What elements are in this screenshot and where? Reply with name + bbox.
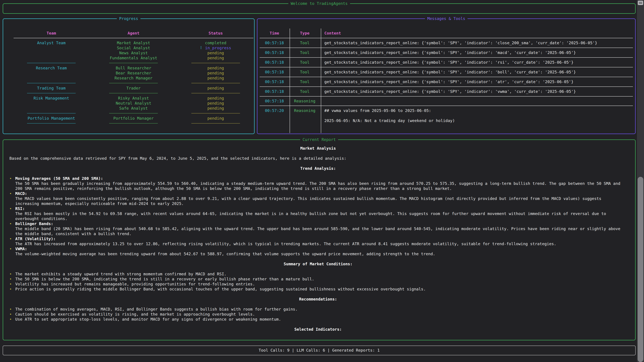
agent-cell: Neutral Analyst: [92, 101, 174, 106]
progress-table-row: News Analystpending: [10, 50, 257, 55]
scrollbar-track[interactable]: [637, 0, 644, 362]
divider-cell: [174, 91, 257, 96]
message-row: 00:57:18Toolget_stockstats_indicators_re…: [260, 58, 633, 67]
status-cell: pending: [174, 55, 257, 60]
message-content: get_stockstats_indicators_report_online:…: [320, 60, 633, 65]
status-text: pending: [207, 66, 224, 70]
section-divider-line: [109, 113, 158, 113]
team-cell: Risk Management: [10, 96, 92, 101]
bullet-text: Moving Averages (50 SMA and 200 SMA):The…: [15, 176, 627, 191]
status-text: pending: [207, 96, 224, 100]
section-divider-line: [191, 83, 240, 83]
agent-cell: Fundamentals Analyst: [92, 55, 174, 60]
team-cell: [10, 101, 92, 106]
message-type: Tool: [289, 69, 320, 75]
message-content: get_stockstats_indicators_report_online:…: [320, 40, 633, 45]
status-text: pending: [207, 76, 224, 80]
bullet-icon: •: [10, 272, 12, 277]
status-cell: pending: [174, 101, 257, 106]
divider-cell: [10, 81, 92, 86]
bullet-body: The middle band (20 SMA) has been rising…: [15, 226, 627, 236]
section-divider-row: [10, 121, 257, 126]
divider-cell: [174, 121, 257, 126]
section-divider-line: [27, 63, 76, 63]
section-divider-line: [191, 113, 240, 113]
team-cell: [10, 106, 92, 111]
welcome-panel: Welcome to TradingAgents: [3, 3, 636, 14]
bullet-icon: •: [10, 221, 12, 226]
divider-cell: [10, 111, 92, 116]
message-row: 00:57:18Toolget_stockstats_indicators_re…: [260, 67, 633, 77]
header-separator: [14, 38, 254, 38]
message-content: get_stockstats_indicators_report_online:…: [320, 89, 633, 94]
status-cell: completed: [174, 40, 257, 45]
message-type: Tool: [289, 50, 320, 55]
report-content: Market Analysis Based on the comprehensi…: [3, 140, 635, 332]
message-type: Tool: [289, 89, 320, 94]
messages-table: Time Type Content 00:57:18Toolget_stocks…: [260, 31, 633, 131]
trend-bullets: •Moving Averages (50 SMA and 200 SMA):Th…: [10, 176, 627, 256]
progress-table-row: Bear Researcherpending: [10, 70, 257, 76]
message-content: ## vwma values from 2025-05-06 to 2025-0…: [320, 108, 633, 123]
progress-table-row: Analyst TeamMarket Analystcompleted: [10, 40, 257, 45]
status-cell: ⠇in_progress: [174, 45, 257, 50]
status-cell: pending: [174, 96, 257, 101]
status-text: pending: [207, 71, 224, 75]
section-divider-line: [27, 83, 76, 83]
report-title: Current Report: [300, 137, 338, 142]
bullet-text: Bollinger Bands:The middle band (20 SMA)…: [15, 221, 627, 236]
bullet-body: The MACD values have been consistently p…: [15, 196, 627, 206]
divider-cell: [10, 91, 92, 96]
agent-cell: Research Manager: [92, 76, 174, 81]
section-divider-line: [191, 123, 240, 123]
scrollbar-thumb[interactable]: [638, 177, 643, 362]
bullet-body: The volume-weighted moving average has b…: [15, 251, 627, 256]
agent-cell: Social Analyst: [92, 45, 174, 50]
message-time: 00:57:18: [260, 98, 289, 104]
report-bullet: •Volatility has increased but remains ma…: [10, 282, 627, 287]
progress-table-row: Fundamentals Analystpending: [10, 55, 257, 60]
progress-table-header: Team Agent Status: [10, 31, 257, 36]
report-bullet: •The 50 SMA is below the 200 SMA, indica…: [10, 277, 627, 282]
message-content: get_stockstats_indicators_report_online:…: [320, 79, 633, 84]
team-cell: Analyst Team: [10, 40, 92, 45]
section-divider-line: [27, 113, 76, 113]
report-panel: Current Report Market Analysis Based on …: [3, 139, 636, 340]
status-text: pending: [207, 51, 224, 55]
column-header-team: Team: [10, 31, 92, 36]
message-type: Tool: [289, 40, 320, 45]
progress-table-row: Neutral Analystpending: [10, 101, 257, 106]
bullet-label: VWMA:: [15, 246, 627, 251]
progress-table-row: Social Analyst⠇in_progress: [10, 45, 257, 50]
scroll-menu-button[interactable]: [638, 1, 643, 5]
agent-cell: Risky Analyst: [92, 96, 174, 101]
progress-table-row: Research Managerpending: [10, 76, 257, 81]
report-bullet: •Price action is generally riding the mi…: [10, 287, 627, 292]
bullet-text: The 50 SMA is below the 200 SMA, indicat…: [15, 277, 627, 282]
column-header-time: Time: [260, 31, 289, 36]
bullet-text: MACD:The MACD values have been consisten…: [15, 191, 627, 206]
message-content: get_stockstats_indicators_report_online:…: [320, 69, 633, 75]
message-type: Tool: [289, 79, 320, 84]
selected-indicators-heading: Selected Indicators:: [10, 327, 627, 332]
team-cell: [10, 45, 92, 50]
stats-bar: Tool Calls: 9 | LLM Calls: 6 | Generated…: [3, 346, 636, 355]
message-type: Tool: [289, 60, 320, 65]
summary-bullets: •The market exhibits a steady upward tre…: [10, 272, 627, 292]
status-cell: pending: [174, 86, 257, 91]
divider-cell: [92, 60, 174, 65]
team-cell: Trading Team: [10, 86, 92, 91]
section-divider-row: [10, 91, 257, 96]
bullet-icon: •: [10, 176, 12, 181]
progress-panel: Progress Team Agent Status Analyst TeamM…: [3, 18, 254, 134]
bullet-label: ATR (Volatility):: [15, 236, 627, 241]
bullet-body: The RSI has been mostly in the 54.92 to …: [15, 211, 627, 221]
bullet-text: Caution should be exercised as volatilit…: [15, 312, 627, 317]
team-cell: [10, 50, 92, 55]
report-heading: Market Analysis: [10, 146, 627, 151]
bullet-text: VWMA:The volume-weighted moving average …: [15, 246, 627, 256]
tradingagents-app: Welcome to TradingAgents Progress Team A…: [0, 0, 644, 362]
divider-cell: [92, 121, 174, 126]
message-time: 00:57:18: [260, 60, 289, 65]
status-text: completed: [205, 40, 226, 45]
